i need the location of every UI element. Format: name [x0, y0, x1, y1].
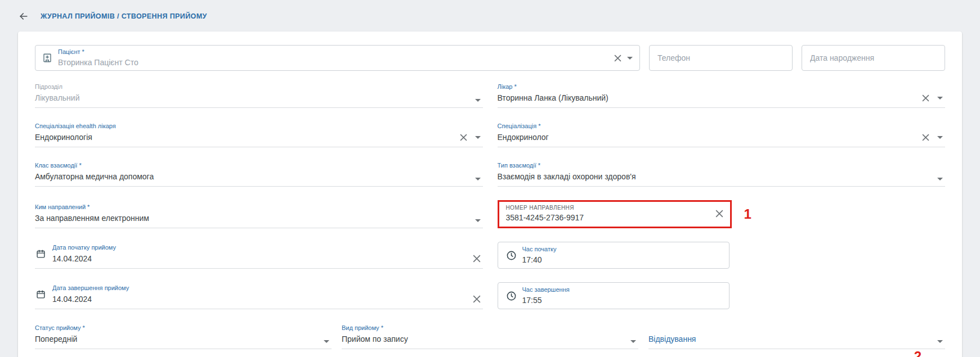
clear-icon[interactable]: [473, 255, 481, 263]
topbar: ЖУРНАЛ ПРИЙОМІВ / СТВОРЕННЯ ПРИЙОМУ: [0, 0, 980, 31]
visiting-field[interactable]: Відвідування: [648, 323, 945, 349]
row-start: Дата початку прийому 14.04.2024 Час поча…: [35, 242, 945, 269]
hospital-icon: [42, 53, 52, 63]
doctor-label: Лікар *: [498, 83, 910, 91]
appointment-kind-field[interactable]: Вид прийому * Прийом по запису: [342, 323, 638, 349]
dropdown-icon[interactable]: [627, 57, 633, 60]
division-field[interactable]: Підрозділ Лікувальний: [35, 82, 483, 108]
interaction-class-icons: [475, 178, 481, 180]
end-date-text: Дата завершення прийому 14.04.2024: [52, 284, 129, 304]
interaction-type-icons: [937, 178, 943, 180]
appointment-kind-icons: [630, 340, 636, 343]
row-interaction: Клас взаємодії * Амбулаторна медична доп…: [35, 161, 945, 187]
row-patient: Пацієнт * Вторинка Пацієнт Сто: [35, 45, 945, 71]
dropdown-icon[interactable]: [475, 136, 481, 139]
end-date-label: Дата завершення прийому: [52, 284, 129, 292]
dropdown-icon[interactable]: [937, 340, 943, 343]
ehealth-specialization-icons: [460, 134, 481, 141]
doctor-field[interactable]: Лікар * Вторинна Ланка (Лікувальний): [498, 82, 946, 108]
calendar-icon: [36, 290, 46, 299]
back-button[interactable]: [16, 8, 32, 24]
end-time-field[interactable]: Час завершення 17:55: [498, 282, 730, 309]
start-date-text: Дата початку прийому 14.04.2024: [52, 244, 116, 264]
annotation-1-box: НОМЕР НАПРАВЛЕННЯ 3581-4245-2736-9917: [498, 200, 732, 228]
row-division-doctor: Підрозділ Лікувальний Лікар * Вторинна Л…: [35, 82, 945, 108]
arrow-left-icon: [18, 11, 29, 22]
referral-number-text: НОМЕР НАПРАВЛЕННЯ 3581-4245-2736-9917: [506, 205, 710, 223]
start-time-label: Час початку: [522, 246, 557, 254]
status-value: Попередній: [35, 335, 77, 344]
status-label: Статус прийому *: [35, 324, 296, 332]
specialization-icons: [922, 134, 943, 141]
dropdown-icon[interactable]: [324, 340, 329, 343]
dropdown-icon[interactable]: [937, 97, 943, 100]
interaction-class-field[interactable]: Клас взаємодії * Амбулаторна медична доп…: [35, 161, 483, 187]
phone-input[interactable]: [656, 53, 785, 63]
row-specializations: Спеціалізація ehealth лікаря Ендокриноло…: [35, 121, 945, 147]
referred-by-field[interactable]: Ким направлений * За направленням електр…: [35, 202, 483, 228]
end-date-value: 14.04.2024: [52, 294, 129, 304]
clear-icon[interactable]: [614, 55, 621, 62]
end-date-icons: [473, 295, 481, 303]
clock-icon: [506, 291, 517, 301]
start-date-icons: [473, 255, 481, 263]
dropdown-icon[interactable]: [475, 178, 481, 180]
patient-value: Вторинка Пацієнт Сто: [58, 57, 608, 67]
visiting-label: Відвідування: [648, 335, 696, 344]
status-icons: [324, 340, 329, 343]
referral-number-field[interactable]: НОМЕР НАПРАВЛЕННЯ 3581-4245-2736-9917: [499, 202, 730, 227]
clock-icon: [506, 250, 517, 261]
end-time-label: Час завершення: [522, 286, 570, 294]
referral-number-label: НОМЕР НАПРАВЛЕННЯ: [506, 205, 710, 211]
clear-icon[interactable]: [922, 94, 929, 102]
referred-by-icons: [475, 219, 481, 222]
doctor-icons: [922, 94, 943, 102]
referral-number-wrap: НОМЕР НАПРАВЛЕННЯ 3581-4245-2736-9917 1: [498, 200, 946, 228]
breadcrumb: ЖУРНАЛ ПРИЙОМІВ / СТВОРЕННЯ ПРИЙОМУ: [41, 12, 207, 20]
start-time-field[interactable]: Час початку 17:40: [498, 242, 730, 269]
appointment-form-card: Пацієнт * Вторинка Пацієнт Сто Підрозділ…: [18, 31, 962, 357]
end-time-value: 17:55: [522, 295, 570, 305]
specialization-field[interactable]: Спеціалізація * Ендокринолог: [498, 121, 946, 147]
clear-icon[interactable]: [473, 295, 481, 303]
start-time-text: Час початку 17:40: [522, 246, 557, 265]
phone-field: [649, 45, 793, 71]
specialization-value: Ендокринолог: [498, 133, 549, 142]
ehealth-specialization-label: Спеціалізація ehealth лікаря: [35, 123, 447, 130]
clear-icon[interactable]: [922, 134, 929, 141]
birth-date-input[interactable]: [809, 53, 938, 63]
dropdown-icon[interactable]: [937, 136, 943, 139]
interaction-type-value: Взаємодія в закладі охорони здоров'я: [498, 172, 636, 181]
row-status: Статус прийому * Попередній Вид прийому …: [35, 323, 945, 349]
dropdown-icon[interactable]: [937, 178, 943, 180]
appointment-kind-value: Прийом по запису: [342, 335, 408, 344]
birth-date-field: [802, 45, 945, 71]
referred-by-value: За направленням електронним: [35, 214, 149, 223]
patient-field[interactable]: Пацієнт * Вторинка Пацієнт Сто: [35, 45, 640, 71]
interaction-type-label: Тип взаємодії *: [498, 162, 910, 170]
clear-icon[interactable]: [715, 210, 723, 218]
start-date-value: 14.04.2024: [52, 254, 116, 264]
dropdown-icon[interactable]: [475, 99, 481, 102]
appointment-kind-label: Вид прийому *: [342, 324, 602, 332]
ehealth-specialization-field[interactable]: Спеціалізація ehealth лікаря Ендокриноло…: [35, 121, 483, 147]
patient-label: Пацієнт *: [58, 48, 608, 56]
referral-number-value: 3581-4245-2736-9917: [506, 213, 710, 223]
annotation-2-number: 2: [914, 350, 921, 357]
division-icons: [475, 99, 481, 102]
status-field[interactable]: Статус прийому * Попередній: [35, 323, 332, 349]
calendar-icon: [36, 249, 46, 259]
interaction-type-field[interactable]: Тип взаємодії * Взаємодія в закладі охор…: [498, 161, 946, 187]
clear-icon[interactable]: [460, 134, 467, 141]
start-date-field[interactable]: Дата початку прийому 14.04.2024: [35, 243, 483, 269]
interaction-class-value: Амбулаторна медична допомога: [35, 172, 154, 181]
division-value: Лікувальний: [35, 93, 79, 102]
dropdown-icon[interactable]: [630, 340, 636, 343]
visiting-icons: [937, 340, 943, 343]
row-referral: Ким направлений * За направленням електр…: [35, 200, 945, 228]
end-date-field[interactable]: Дата завершення прийому 14.04.2024: [35, 283, 483, 309]
dropdown-icon[interactable]: [475, 219, 481, 222]
specialization-label: Спеціалізація *: [498, 123, 910, 130]
interaction-class-label: Клас взаємодії *: [35, 162, 447, 170]
referred-by-label: Ким направлений *: [35, 204, 447, 211]
